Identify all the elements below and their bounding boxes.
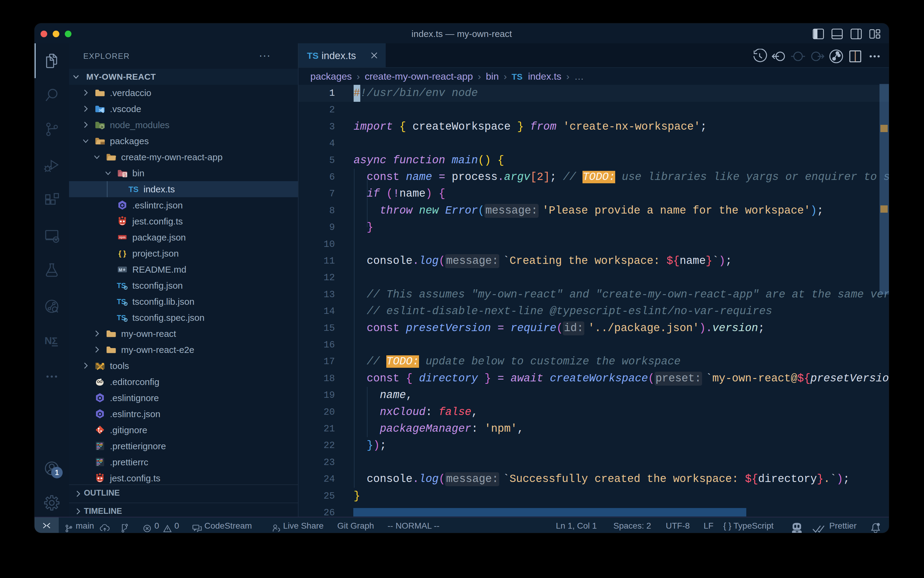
svg-text:{ }: { } bbox=[118, 249, 126, 258]
svg-text:10: 10 bbox=[123, 175, 126, 178]
svg-text:TS: TS bbox=[128, 185, 138, 194]
svg-text:TS: TS bbox=[117, 313, 126, 322]
svg-text:Σ: Σ bbox=[52, 335, 58, 346]
svg-text:N: N bbox=[45, 335, 52, 346]
svg-text:npm: npm bbox=[119, 236, 125, 239]
svg-text:TS: TS bbox=[117, 281, 126, 290]
svg-text:js: js bbox=[100, 125, 104, 128]
svg-text:M: M bbox=[119, 268, 122, 272]
svg-text:TS: TS bbox=[117, 297, 126, 306]
